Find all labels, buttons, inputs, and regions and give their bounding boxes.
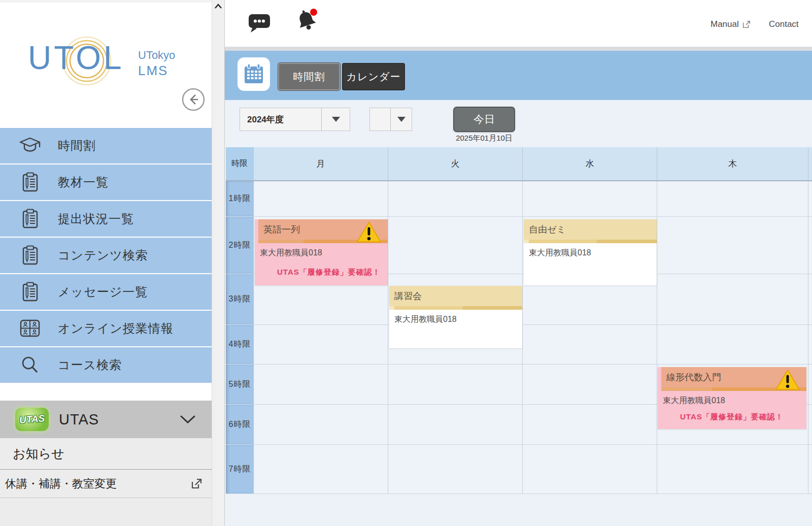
tab-calendar[interactable]: カレンダー [342,63,405,90]
grid-header-row: 時限 月 火 水 木 [226,147,812,181]
notifications-button[interactable] [293,8,320,35]
timetable-cell [523,325,657,365]
view-toolbar: 時間割 カレンダー [225,51,812,100]
filter-row: 2024年度 今日 2025年01月10日 [225,100,812,147]
sidebar-item-messages[interactable]: メッセージ一覧 [0,274,212,310]
timetable-cell [254,325,388,365]
course-card-free-seminar[interactable]: 自由ゼミ 東大用教職員018 [524,219,657,285]
chevron-down-icon [179,414,196,425]
course-card-linear-algebra[interactable]: 線形代数入門 東大用教職員018 UTAS「履修登録」要確認！ [658,367,806,429]
period-column-header: 時限 [226,147,254,181]
manual-link[interactable]: Manual [710,19,751,29]
utas-logo-icon: UTAS [15,408,49,431]
timetable-cell [388,181,523,217]
calendar-app-icon[interactable] [238,57,270,91]
select-arrow [321,108,350,130]
period-label-7: 7時限 [226,445,254,494]
sidebar-nav: 時間割 教材一覧 [0,128,212,384]
sidebar-item-materials[interactable]: 教材一覧 [0,165,212,200]
course-title: 線形代数入門 [666,371,721,383]
today-button[interactable]: 今日 [453,107,515,132]
utol-logo: UTOL [28,39,124,77]
period-label-4: 4時限 [226,325,254,365]
timetable-cell [808,325,812,365]
sidebar-item-course-search[interactable]: コース検索 [0,347,212,383]
main-content: Manual Contact [225,0,812,526]
tab-timetable[interactable]: 時間割 [278,63,340,90]
clipboard-icon [18,245,42,266]
course-title: 英語一列 [263,223,300,236]
timetable-cell [523,365,657,405]
sidebar-item-content-search[interactable]: コンテンツ検索 [0,238,212,273]
timetable-cell [388,405,523,445]
utas-link-notices[interactable]: お知らせ [0,438,212,470]
course-instructor: 東大用教職員018 [394,314,517,325]
period-label-2: 2時限 [226,217,254,274]
timetable-cell [254,445,388,494]
timetable-cell [254,405,388,445]
timetable-cell [657,274,808,325]
timetable-cell [657,325,808,365]
course-card-english[interactable]: 英語一列 東大用教職員018 UTAS「履修登録」要確認！ [255,219,388,285]
timetable-cell [523,445,657,494]
day-header-wed: 水 [523,147,657,181]
timetable-cell [254,365,388,405]
sidebar-collapse-button[interactable] [181,87,206,112]
sidebar-scrollbar[interactable] [212,0,225,526]
timetable-cell [657,181,808,217]
timetable-cell [808,405,812,445]
video-meeting-icon [18,319,42,338]
timetable-cell [657,445,808,494]
clipboard-icon [18,208,42,229]
utas-link-class-changes[interactable]: 休講・補講・教室変更 [0,470,212,498]
clipboard-icon [18,172,42,193]
timetable-cell [808,274,812,325]
utas-links: お知らせ 休講・補講・教室変更 [0,438,212,526]
sidebar-item-timetable[interactable]: 時間割 [0,128,212,163]
scroll-up-icon [214,3,222,9]
timetable-cell [523,405,657,445]
course-card-workshop[interactable]: 講習会 東大用教職員018 [389,286,522,348]
timetable-cell [254,181,388,217]
sidebar: UTOL UTokyo LMS [0,0,212,526]
timetable-cell [388,445,523,494]
current-date-label: 2025年01月10日 [447,134,522,143]
period-label-6: 6時限 [226,405,254,445]
course-warning: UTAS「履修登録」要確認！ [260,268,383,277]
day-header-mon: 月 [254,147,388,181]
period-label-3: 3時限 [226,274,254,325]
sidebar-item-online-class-info[interactable]: オンライン授業情報 [0,311,212,346]
timetable-cell [808,181,812,217]
search-icon [18,354,42,376]
course-instructor: 東大用教職員018 [663,396,801,406]
utas-section-header[interactable]: UTAS UTAS [0,401,212,438]
sidebar-item-submission-status[interactable]: 提出状況一覧 [0,201,212,237]
year-select[interactable]: 2024年度 [240,108,350,131]
day-header-partial [808,147,812,181]
timetable-cell [523,181,657,217]
divider [225,47,812,51]
timetable-cell [388,217,523,274]
arrow-left-circle-icon [181,87,206,112]
contact-link[interactable]: Contact [769,19,799,29]
graduation-cap-icon [18,137,42,155]
day-header-thu: 木 [657,147,808,181]
timetable-cell [657,217,808,274]
chat-bubble-icon [248,12,271,34]
warning-icon [356,221,382,243]
day-header-tue: 火 [388,147,523,181]
warning-icon [775,369,800,391]
external-link-icon [190,478,202,490]
grid-row-1: 1時限 [226,181,812,217]
chat-button[interactable] [248,12,271,35]
term-select[interactable] [369,108,412,131]
bell-icon [293,8,320,34]
timetable-cell [808,365,812,405]
top-bar: Manual Contact [225,0,812,47]
course-title: 自由ゼミ [529,223,566,236]
timetable-cell [808,217,812,274]
period-label-1: 1時限 [226,181,254,217]
grid-row-7: 7時限 [226,445,812,494]
course-instructor: 東大用教職員018 [529,248,652,258]
period-label-5: 5時限 [226,365,254,405]
